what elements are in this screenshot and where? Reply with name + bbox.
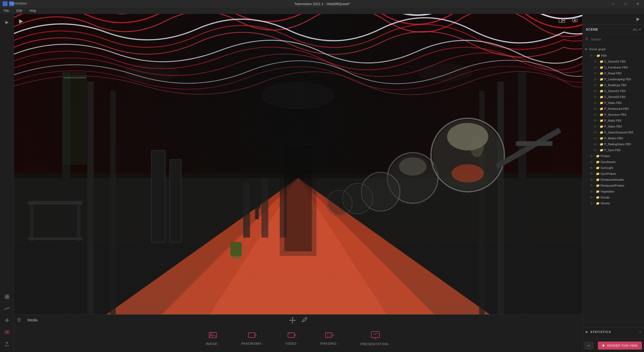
undo-button[interactable]: ↩ (585, 342, 593, 349)
sidebar-record-icon[interactable] (2, 327, 12, 338)
menubar: File Edit Help (0, 8, 644, 14)
image-item[interactable]: IMAGE › (206, 331, 220, 346)
minimize-button[interactable]: ─ (607, 0, 619, 8)
svg-point-95 (595, 67, 596, 68)
svg-point-42 (328, 192, 351, 215)
sidebar-import-icon[interactable] (2, 291, 12, 302)
media-label: Media (27, 318, 38, 322)
sidebar-node-icon[interactable] (2, 315, 12, 326)
statistics-chevron-icon[interactable]: ▾ (639, 331, 641, 333)
presentation-item[interactable]: PRESENTATION › (360, 331, 390, 346)
app-name: Twinmotion (9, 1, 14, 6)
list-item[interactable]: ›📁P_RailingGlass FBX (583, 141, 644, 147)
list-item[interactable]: ›📁P_Landscaping FBX (583, 76, 644, 82)
svg-rect-27 (63, 77, 86, 78)
presentation-icon (371, 331, 380, 340)
list-item[interactable]: ›📁GymAssets (583, 159, 644, 165)
sidebar-export-icon[interactable] (2, 339, 12, 349)
viewport-layout-button[interactable] (557, 17, 567, 24)
menu-file[interactable]: File (2, 8, 10, 13)
panorama-item[interactable]: PANORAMA › (241, 332, 264, 346)
svg-point-129 (591, 168, 592, 168)
svg-point-101 (595, 85, 596, 86)
right-panel-render-icon[interactable] (634, 15, 642, 23)
svg-rect-76 (288, 333, 294, 338)
svg-rect-58 (284, 146, 312, 251)
media-bottom: IMAGE › PANORAMA › (14, 325, 582, 352)
menu-edit[interactable]: Edit (15, 8, 24, 13)
rp-top (583, 14, 644, 25)
svg-point-123 (595, 150, 596, 151)
search-input[interactable] (591, 38, 641, 41)
list-item[interactable]: ›📁C_Shore02 FBX (583, 59, 644, 64)
statistics-play-icon[interactable]: ▶ (586, 330, 588, 334)
list-item[interactable]: ›📁P_Gym FBX (583, 147, 644, 153)
list-item[interactable]: ›📁RestaurantProbes (583, 183, 644, 188)
list-item[interactable]: ›📁C_Buildings FBX (583, 82, 644, 88)
list-item[interactable]: ›📁Vegetation (583, 188, 644, 194)
scene-all-button[interactable]: ALL ▾ (633, 28, 641, 31)
list-item[interactable]: ›📁P_GlassTextured FBX (583, 129, 644, 135)
svg-marker-86 (636, 17, 640, 21)
pen-control-button[interactable] (301, 317, 307, 325)
list-item[interactable]: ›📁P_Mulion FBX (583, 135, 644, 141)
render-button[interactable]: RENDER THIS VIEW (598, 342, 642, 350)
svg-point-91 (591, 55, 592, 56)
viewport-eye-button[interactable] (570, 17, 580, 24)
phasing-icon (325, 332, 334, 340)
statistics-section: ▶ STATISTICS ▾ (583, 327, 644, 339)
render-button-label: RENDER THIS VIEW (607, 344, 638, 347)
svg-line-71 (302, 322, 302, 322)
list-item[interactable]: ›📁P_Stairs FBX (583, 124, 644, 129)
list-item[interactable]: ›📁C_Shore03 FBX (583, 94, 644, 100)
svg-point-127 (591, 162, 592, 162)
list-item[interactable]: ›📁P_Slabs FBX (583, 100, 644, 106)
list-item[interactable]: ›📁C_Shore01 FBX (583, 88, 644, 94)
svg-rect-22 (110, 91, 116, 314)
svg-rect-33 (170, 159, 181, 242)
svg-rect-55 (230, 242, 242, 256)
list-item[interactable]: ›📁RestaurantAssets (583, 177, 644, 183)
list-item[interactable]: ›📁P_Structure FBX (583, 112, 644, 118)
menu-help[interactable]: Help (28, 8, 38, 13)
scene-header: SCENE ALL ▾ (583, 25, 644, 34)
svg-point-62 (124, 63, 179, 82)
viewport[interactable]: ▶ (14, 14, 582, 314)
scene-graph-header[interactable]: Scene graph (583, 46, 644, 53)
svg-point-125 (591, 156, 592, 157)
close-button[interactable]: ✕ (632, 0, 644, 8)
maximize-button[interactable]: □ (619, 0, 632, 8)
scene-graph[interactable]: Scene graph ▾ 📁 FBX ›📁C_Shore02 FBX (583, 45, 644, 327)
sidebar-graph-icon[interactable] (2, 303, 12, 314)
svg-point-6 (6, 320, 8, 321)
svg-point-46 (470, 134, 484, 157)
statistics-title: STATISTICS (590, 330, 611, 333)
svg-point-141 (591, 203, 592, 204)
scene-svg (14, 14, 582, 314)
svg-point-47 (452, 164, 484, 183)
viewport-play-button[interactable]: ▶ (17, 17, 25, 25)
list-item[interactable]: ›📁Streets (583, 200, 644, 206)
move-control-button[interactable] (289, 317, 296, 325)
video-item[interactable]: VIDEO › (285, 332, 299, 346)
svg-point-115 (595, 126, 596, 127)
list-item[interactable]: ›📁GymLight (583, 165, 644, 171)
list-item[interactable]: ›📁Decals (583, 194, 644, 200)
visibility-eye[interactable] (588, 53, 594, 59)
list-item[interactable]: ›📁C_Road FBX (583, 70, 644, 76)
list-item[interactable]: ›📁GymProbes (583, 171, 644, 177)
list-item[interactable]: ›📁P_Restaurant FBX (583, 106, 644, 112)
tree-item-fbx[interactable]: ▾ 📁 FBX (583, 53, 644, 59)
svg-point-93 (595, 61, 596, 62)
sidebar-play-icon[interactable]: ▶ (2, 17, 12, 27)
list-item[interactable]: ›📁C_Furnitures FBX (583, 64, 644, 70)
svg-point-97 (595, 73, 596, 74)
svg-point-4 (4, 309, 5, 310)
svg-rect-23 (518, 72, 526, 314)
svg-rect-83 (371, 332, 379, 338)
hamburger-button[interactable]: ☰ (17, 317, 21, 322)
svg-rect-2 (5, 297, 7, 299)
phasing-item[interactable]: PHASING › (320, 332, 339, 346)
list-item[interactable]: ›📁P_Walls FBX (583, 118, 644, 124)
list-item[interactable]: ›📁Probes (583, 153, 644, 159)
